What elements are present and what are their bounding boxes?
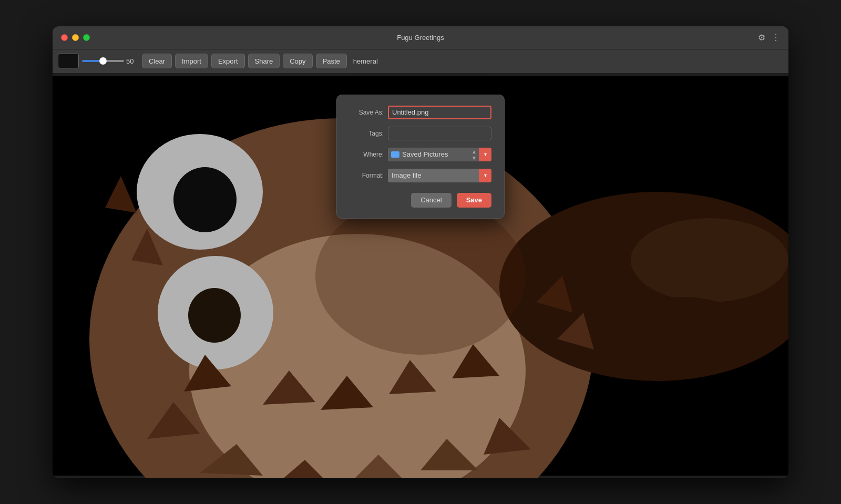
tags-label: Tags:: [350, 130, 384, 137]
slider-value: 50: [126, 57, 139, 65]
save-as-label: Save As:: [350, 109, 384, 116]
share-button[interactable]: Share: [248, 54, 280, 68]
format-row: Format: Image file PNG JPEG WebP ▾: [350, 169, 491, 182]
canvas-area[interactable]: Save As: Tags: Where: Saved Pictures: [53, 74, 788, 478]
where-row: Where: Saved Pictures Desktop Documents …: [350, 148, 491, 161]
copy-button[interactable]: Copy: [283, 54, 312, 68]
app-window: Fugu Greetings ⚙ ⋮ 50 Clear Import Expor…: [53, 26, 788, 478]
dialog-buttons: Cancel Save: [350, 193, 491, 208]
where-select[interactable]: Saved Pictures Desktop Documents Downloa…: [388, 148, 491, 161]
tags-row: Tags:: [350, 127, 491, 140]
chevron-down-icon: ▾: [484, 151, 487, 157]
ephemeral-label: hemeral: [353, 57, 378, 65]
close-button[interactable]: [61, 34, 68, 41]
maximize-button[interactable]: [83, 34, 90, 41]
where-label: Where:: [350, 151, 384, 158]
tags-input[interactable]: [388, 127, 491, 140]
save-as-row: Save As:: [350, 106, 491, 119]
brush-size-slider[interactable]: [82, 60, 124, 62]
folder-icon: [391, 151, 399, 158]
more-options-icon[interactable]: ⋮: [772, 33, 780, 43]
where-select-wrapper: Saved Pictures Desktop Documents Downloa…: [388, 148, 491, 161]
where-dropdown-button[interactable]: ▾: [479, 148, 491, 161]
toolbar: 50 Clear Import Export Share Copy Paste …: [53, 49, 788, 74]
format-label: Format:: [350, 172, 384, 179]
export-button[interactable]: Export: [211, 54, 245, 68]
puzzle-icon[interactable]: ⚙: [758, 33, 765, 43]
format-select[interactable]: Image file PNG JPEG WebP: [388, 169, 491, 182]
import-button[interactable]: Import: [175, 54, 208, 68]
traffic-lights: [53, 34, 90, 41]
cancel-button[interactable]: Cancel: [411, 193, 451, 208]
filename-input[interactable]: [388, 106, 491, 119]
titlebar: Fugu Greetings ⚙ ⋮: [53, 26, 788, 49]
format-chevron-icon: ▾: [484, 172, 487, 178]
save-dialog: Save As: Tags: Where: Saved Pictures: [336, 95, 505, 219]
clear-button[interactable]: Clear: [142, 54, 172, 68]
minimize-button[interactable]: [72, 34, 79, 41]
dialog-overlay: Save As: Tags: Where: Saved Pictures: [53, 74, 788, 478]
brush-swatch: [61, 57, 76, 65]
window-title: Fugu Greetings: [397, 34, 444, 42]
format-dropdown-button[interactable]: ▾: [479, 169, 491, 182]
format-select-wrapper: Image file PNG JPEG WebP ▾: [388, 169, 491, 182]
slider-container: 50: [82, 57, 139, 65]
save-button[interactable]: Save: [457, 193, 491, 208]
titlebar-icons: ⚙ ⋮: [758, 33, 788, 43]
paste-button[interactable]: Paste: [316, 54, 347, 68]
brush-preview[interactable]: [58, 54, 79, 68]
